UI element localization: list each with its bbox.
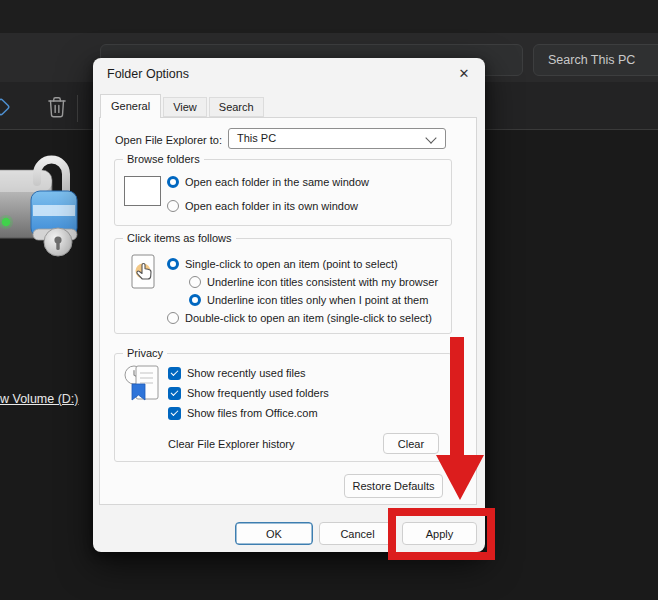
radio-underline-point[interactable]	[189, 294, 201, 306]
option-row: Show recently used files	[168, 366, 306, 380]
option-row: Open each folder in its own window	[167, 199, 358, 213]
toolbar-divider	[77, 95, 78, 122]
drive-unlocked-icon[interactable]	[0, 147, 82, 265]
option-row: Show frequently used folders	[168, 386, 329, 400]
dialog-title: Folder Options	[107, 67, 189, 81]
radio-own-window[interactable]	[167, 200, 179, 212]
search-input[interactable]: Search This PC	[533, 44, 658, 76]
privacy-group: Privacy Show recently used files Show fr…	[114, 353, 452, 462]
clear-button[interactable]: Clear	[383, 433, 439, 454]
file-explorer-window: Search This PC	[0, 0, 658, 600]
clear-history-label: Clear File Explorer history	[168, 438, 295, 450]
tab-search[interactable]: Search	[209, 97, 264, 117]
folder-window-icon	[124, 176, 161, 206]
restore-defaults-button[interactable]: Restore Defaults	[344, 474, 443, 498]
radio-single-click[interactable]	[167, 258, 179, 270]
option-row: Double-click to open an item (single-cli…	[167, 311, 432, 325]
chevron-down-icon	[425, 132, 436, 143]
radio-double-click[interactable]	[167, 312, 179, 324]
ok-button[interactable]: OK	[235, 522, 313, 545]
annotation-arrow-shaft	[450, 337, 464, 457]
option-row: Underline icon titles consistent with my…	[189, 275, 438, 289]
close-icon[interactable]: ✕	[456, 66, 472, 82]
annotation-arrow-head	[436, 455, 484, 500]
option-label[interactable]: Show frequently used folders	[187, 387, 329, 399]
checkbox-recent-files[interactable]	[168, 367, 181, 380]
click-items-group: Click items as follows Single-click to o…	[114, 238, 452, 334]
history-icon	[123, 362, 163, 404]
tab-view[interactable]: View	[163, 97, 207, 117]
drive-label[interactable]: w Volume (D:)	[0, 392, 79, 406]
trash-icon[interactable]	[44, 94, 70, 120]
option-row: Open each folder in the same window	[167, 175, 369, 189]
radio-same-window[interactable]	[167, 176, 179, 188]
single-click-icon	[129, 253, 159, 293]
open-to-dropdown-value: This PC	[237, 132, 276, 144]
open-to-dropdown[interactable]: This PC	[228, 128, 446, 149]
folder-options-dialog: Folder Options ✕ General View Search Ope…	[93, 58, 485, 552]
option-row: Show files from Office.com	[168, 406, 318, 420]
option-label[interactable]: Underline icon titles consistent with my…	[207, 276, 438, 288]
option-label[interactable]: Double-click to open an item (single-cli…	[185, 312, 432, 324]
tab-general[interactable]: General	[100, 94, 161, 118]
search-input-text: Search This PC	[548, 53, 635, 67]
option-row: Single-click to open an item (point to s…	[167, 257, 398, 271]
open-file-explorer-label: Open File Explorer to:	[115, 134, 222, 146]
option-label[interactable]: Open each folder in its own window	[185, 200, 358, 212]
general-tab-page: Open File Explorer to: This PC Browse fo…	[99, 117, 477, 505]
option-label[interactable]: Show files from Office.com	[187, 407, 318, 419]
cancel-button[interactable]: Cancel	[319, 522, 396, 545]
option-label[interactable]: Single-click to open an item (point to s…	[185, 258, 398, 270]
annotation-highlight-box	[388, 508, 495, 560]
tab-strip: General View Search	[100, 94, 266, 117]
share-icon[interactable]	[0, 96, 12, 118]
checkbox-frequent-folders[interactable]	[168, 387, 181, 400]
browse-folders-legend: Browse folders	[123, 153, 204, 165]
option-row: Underline icon titles only when I point …	[189, 293, 428, 307]
option-label[interactable]: Underline icon titles only when I point …	[207, 294, 428, 306]
privacy-legend: Privacy	[123, 347, 167, 359]
option-label[interactable]: Open each folder in the same window	[185, 176, 369, 188]
option-label[interactable]: Show recently used files	[187, 367, 306, 379]
browse-folders-group: Browse folders Open each folder in the s…	[114, 159, 452, 226]
radio-underline-consistent[interactable]	[189, 276, 201, 288]
window-titlebar	[0, 0, 658, 33]
checkbox-office-files[interactable]	[168, 407, 181, 420]
click-items-legend: Click items as follows	[123, 232, 236, 244]
